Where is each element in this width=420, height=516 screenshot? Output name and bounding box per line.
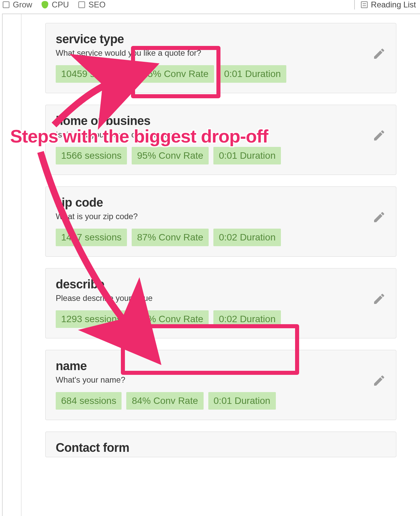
step-title: service type xyxy=(56,32,386,46)
sessions-badge: 1293 sessions xyxy=(56,310,127,328)
folder-icon xyxy=(78,1,85,8)
conv-rate-badge: 95% Conv Rate xyxy=(132,147,209,164)
step-subtitle: What's your name? xyxy=(56,375,386,385)
bookmark-label: Grow xyxy=(13,0,32,9)
pencil-icon xyxy=(372,374,386,387)
duration-badge: 0:01 Duration xyxy=(219,65,286,83)
duration-badge: 0:02 Duration xyxy=(213,310,281,328)
step-title: home or busines xyxy=(56,114,386,128)
step-title: name xyxy=(56,359,386,373)
funnel-steps-list: service type What service would you like… xyxy=(22,14,420,516)
step-card-home-or-business[interactable]: home or busines Is this for your home or… xyxy=(45,105,396,175)
step-title: zip code xyxy=(56,196,386,210)
step-title: describe xyxy=(56,277,386,291)
edit-button[interactable] xyxy=(372,210,386,224)
conv-rate-badge: 84% Conv Rate xyxy=(126,392,203,410)
reading-list-button[interactable]: Reading List xyxy=(361,0,416,9)
bookmark-label: CPU xyxy=(52,0,69,9)
step-card-service-type[interactable]: service type What service would you like… xyxy=(45,23,396,93)
conv-rate-badge: 53% Conv Rate xyxy=(132,310,209,328)
step-title: Contact form xyxy=(56,441,386,455)
bookmark-item-cpu[interactable]: CPU xyxy=(42,0,69,9)
duration-badge: 0:01 Duration xyxy=(213,147,281,164)
duration-badge: 0:02 Duration xyxy=(213,229,281,246)
shield-icon xyxy=(42,1,48,8)
pencil-icon xyxy=(372,47,386,60)
step-subtitle: What service would you like a quote for? xyxy=(56,48,386,58)
conv-rate-badge: 15% Conv Rate xyxy=(137,65,214,83)
pencil-icon xyxy=(372,129,386,142)
folder-icon xyxy=(3,1,9,8)
app-frame: service type What service would you like… xyxy=(2,14,420,516)
edit-button[interactable] xyxy=(372,292,386,306)
bookmark-label: SEO xyxy=(88,0,106,9)
sessions-badge: 10459 sessions xyxy=(56,65,132,83)
step-card-name[interactable]: name What's your name? 684 sessions 84% … xyxy=(45,350,396,420)
reading-list-label: Reading List xyxy=(371,0,416,9)
edit-button[interactable] xyxy=(372,374,386,387)
sessions-badge: 684 sessions xyxy=(56,392,122,410)
bookmark-item-grow[interactable]: Grow xyxy=(3,0,32,9)
bookmark-item-seo[interactable]: SEO xyxy=(78,0,106,9)
step-subtitle: Is this for your home or business? xyxy=(56,130,386,139)
divider xyxy=(354,0,355,9)
duration-badge: 0:01 Duration xyxy=(208,392,276,410)
step-card-contact-form[interactable]: Contact form xyxy=(45,432,396,457)
left-gutter xyxy=(3,14,22,516)
bookmark-bar: Grow CPU SEO Reading List xyxy=(0,0,420,9)
edit-button[interactable] xyxy=(372,129,386,142)
step-card-zip-code[interactable]: zip code What is your zip code? 1487 ses… xyxy=(45,186,396,257)
conv-rate-badge: 87% Conv Rate xyxy=(132,229,209,246)
pencil-icon xyxy=(372,210,386,224)
pencil-icon xyxy=(372,292,386,306)
sessions-badge: 1566 sessions xyxy=(56,147,127,164)
step-card-describe[interactable]: describe Please describe your issue 1293… xyxy=(45,268,396,338)
step-subtitle: What is your zip code? xyxy=(56,212,386,221)
step-subtitle: Please describe your issue xyxy=(56,293,386,303)
list-icon xyxy=(361,1,368,8)
sessions-badge: 1487 sessions xyxy=(56,229,127,246)
edit-button[interactable] xyxy=(372,47,386,60)
